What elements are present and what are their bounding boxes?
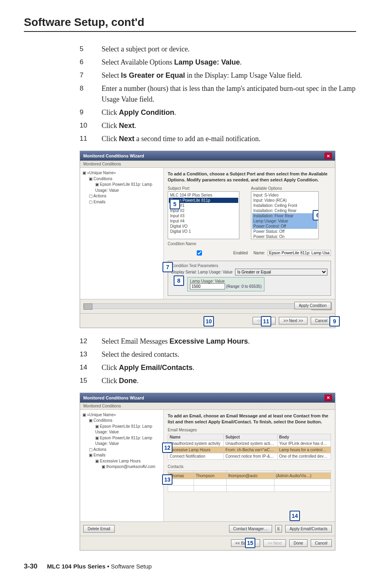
list-item[interactable]: Input: S-Video [252, 193, 317, 198]
next-button[interactable]: >> Next [263, 539, 286, 547]
step-15: 15 Click Done. [80, 376, 356, 386]
step-6: 6 Select Available Options Lamp Usage: V… [80, 57, 356, 68]
progress-slider[interactable] [83, 303, 304, 309]
compare-select[interactable]: Is Greater or Equal [235, 269, 327, 275]
step-num: 7 [80, 70, 102, 81]
email-messages-table[interactable]: Name Subject Body Unauthorized system ac… [168, 434, 331, 460]
step-text: Select Available Options Lamp Usage: Val… [102, 57, 356, 68]
tree-condition-item[interactable]: ▣ Epson PowerLite 811p: Lamp Usage: Valu… [95, 182, 161, 193]
step-num: 11 [80, 134, 102, 144]
tree-emails[interactable]: ▣ Emails [89, 452, 161, 458]
table-row[interactable] [168, 486, 331, 492]
step-num: 12 [80, 336, 102, 347]
next-button[interactable]: >> Next >> [279, 317, 307, 324]
list-item[interactable]: Installation: Ceiling Front [252, 203, 317, 208]
edit-button[interactable]: E [275, 525, 282, 533]
tree-conditions[interactable]: ▣ Conditions [89, 176, 161, 182]
wizard-instructions: To add an Email, choose an Email Message… [168, 413, 331, 425]
tree-conditions[interactable]: ▣ Conditions [89, 418, 161, 424]
col-body[interactable]: Body [277, 434, 331, 441]
subject-port-list[interactable]: MLC 104 IP Plus Series Epson PowerLite 8… [168, 191, 239, 239]
list-item[interactable]: Input #3 [169, 213, 238, 218]
tree-root[interactable]: ▣ «Unique Name» [82, 412, 161, 418]
apply-email-contacts-button[interactable]: Apply Email/Contacts [285, 525, 332, 533]
delete-email-button[interactable]: Delete Email [83, 525, 115, 533]
condition-name-input[interactable] [268, 250, 331, 256]
tree-email-item[interactable]: ▣ Excessive Lamp Hours [95, 458, 161, 464]
step-text: Select Email Messages Excessive Lamp Hou… [102, 336, 356, 347]
tree-root[interactable]: ▣ «Unique Name» [82, 170, 161, 176]
wizard-instructions: To add a Condition, choose a Subject Por… [168, 171, 331, 183]
step-num: 15 [80, 376, 102, 386]
tree-actions[interactable]: ▢ Actions [89, 193, 161, 199]
table-row[interactable]: Connect Notification Connect notice from… [168, 453, 331, 460]
callout-15: 15 [245, 538, 255, 548]
step-14: 14 Click Apply Email/Contacts. [80, 362, 356, 373]
condition-tree[interactable]: ▣ «Unique Name» ▣ Conditions ▣ Epson Pow… [80, 168, 164, 299]
step-num: 9 [80, 107, 102, 118]
step-7: 7 Select Is Greater or Equal in the Disp… [80, 70, 356, 81]
callout-6: 6 [313, 210, 319, 220]
close-icon[interactable]: ✕ [325, 395, 332, 401]
footer-text: MLC 104 Plus Series • Software Setup [47, 563, 152, 570]
list-item[interactable]: Power Status: On [252, 234, 317, 239]
cancel-button[interactable]: Cancel [311, 539, 332, 547]
slider-thumb[interactable] [84, 303, 92, 310]
callout-9: 9 [329, 316, 340, 326]
tree-contact-item[interactable]: ▣ thompson@rueksonAV.com [102, 464, 161, 470]
dialog-subhead: Monitored Conditions [80, 403, 335, 410]
list-item[interactable]: Power Status: Off [252, 229, 317, 234]
list-item[interactable]: Input: Video (RCA) [252, 198, 317, 203]
apply-condition-button[interactable]: Apply Condition [294, 302, 331, 309]
list-item[interactable]: Power Control: Off [252, 224, 317, 229]
list-item[interactable]: MLC 104 IP Plus Series [169, 193, 238, 198]
dialog-titlebar: Monitored Conditions Wizard ✕ [80, 393, 335, 403]
callout-13: 13 [162, 474, 172, 485]
step-text: Select Is Greater or Equal in the Displa… [102, 70, 356, 81]
close-icon[interactable]: ✕ [325, 153, 332, 159]
contacts-table[interactable]: Thomas Thompson thompson@auto (Admin Aud… [168, 470, 331, 492]
col-name[interactable]: Name [168, 434, 224, 441]
col-subject[interactable]: Subject [223, 434, 277, 441]
step-text: Select a subject port or device. [102, 44, 356, 55]
dialog-subhead: Monitored Conditions [80, 161, 335, 168]
available-options-list[interactable]: Input: S-Video Input: Video (RCA) Instal… [251, 191, 319, 239]
contact-manager-button[interactable]: Contact Manager… [229, 525, 272, 533]
figure-2-wizard: Monitored Conditions Wizard ✕ Monitored … [80, 393, 335, 551]
list-item[interactable]: Digital I/O [169, 224, 238, 229]
list-item[interactable]: Digital I/O 1 [169, 229, 238, 234]
tree-actions[interactable]: ▢ Actions [89, 447, 161, 453]
list-item[interactable]: Input #4 [169, 218, 238, 224]
table-row-selected[interactable]: Thomas Thompson thompson@auto (Admin Aud… [168, 473, 331, 479]
tree-condition-item[interactable]: ▣ Epson PowerLite 811p: Lamp Usage: Valu… [95, 435, 161, 447]
display-label: Display Serial: Lamp Usage: Value [171, 270, 233, 274]
lamp-value-input[interactable] [190, 283, 225, 289]
figure-1-wizard: Monitored Conditions Wizard ✕ Monitored … [80, 151, 335, 328]
condition-tree[interactable]: ▣ «Unique Name» ▣ Conditions ▣ Epson Pow… [80, 410, 164, 521]
page-footer: 3-30 MLC 104 Plus Series • Software Setu… [24, 562, 356, 570]
dialog-title: Monitored Conditions Wizard [83, 153, 144, 158]
step-9: 9 Click Apply Condition. [80, 107, 356, 118]
page-number: 3-30 [24, 562, 37, 570]
available-options-label: Available Options [251, 186, 331, 191]
list-item[interactable]: Lamp Usage: Value [252, 218, 317, 224]
step-8: 8 Enter a number (hours) that is less th… [80, 83, 356, 105]
list-item[interactable]: Installation: Ceiling Rear [252, 208, 317, 213]
done-button[interactable]: Done [289, 539, 308, 547]
tree-condition-item[interactable]: ▣ Epson PowerLite 811p: Lamp Usage: Valu… [95, 424, 161, 435]
table-row[interactable] [168, 479, 331, 486]
table-header-row: Name Subject Body [168, 434, 331, 441]
cancel-button[interactable]: Cancel [311, 317, 332, 324]
table-row[interactable]: Unauthorized system activity Unauthorize… [168, 441, 331, 447]
step-text: Click Done. [102, 376, 356, 386]
table-row-selected[interactable]: Excessive Lamp Hours From: ch-Becha var=… [168, 447, 331, 453]
enabled-checkbox[interactable] [169, 250, 229, 256]
condition-test-panel: 7 Condition Test Parameters Display Seri… [168, 261, 331, 296]
list-item[interactable]: Installation: Floor Rear [252, 213, 317, 218]
tree-emails[interactable]: ▢ Emails [89, 199, 161, 205]
title-rule [24, 31, 356, 32]
condition-name-label: Condition Name [168, 242, 331, 246]
step-13: 13 Select the desired contacts. [80, 349, 356, 360]
step-text: Click Apply Condition. [102, 107, 356, 118]
steps-list-b: 12 Select Email Messages Excessive Lamp … [80, 336, 356, 386]
